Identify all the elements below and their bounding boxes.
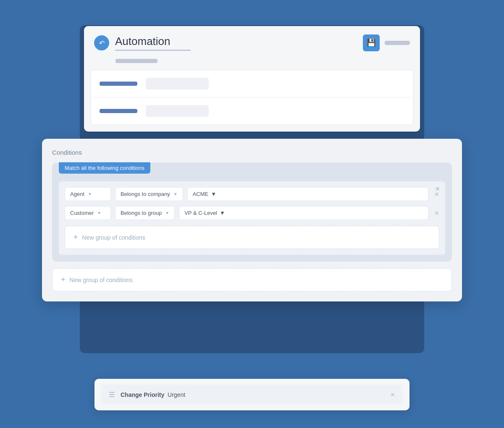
action-card: ☰ Change Priority Urgent ✕ <box>94 379 410 410</box>
auto-row-2 <box>91 98 413 124</box>
automation-title-group: Automation <box>115 35 191 51</box>
drag-handle-icon: ☰ <box>109 391 115 399</box>
close-match-group-button[interactable]: ✕ <box>435 185 440 192</box>
chevron-down-icon: ▼ <box>88 192 92 196</box>
field-select-1[interactable]: Agent ▼ <box>65 187 111 201</box>
chevron-down-icon: ▼ <box>173 192 178 196</box>
title-underline <box>115 50 191 51</box>
operator-select-2[interactable]: Belongs to group ▼ <box>115 206 175 220</box>
row-bar-2 <box>100 109 137 113</box>
action-row: ☰ Change Priority Urgent ✕ <box>101 385 403 404</box>
save-label-bar <box>385 41 410 45</box>
row-input-1[interactable] <box>146 78 209 90</box>
automation-title-area: ↶ Automation <box>94 35 191 51</box>
automation-rows <box>91 70 413 125</box>
conditions-card: Conditions Match all the following condi… <box>42 139 462 301</box>
automation-subtitle-bar <box>116 59 158 63</box>
save-button[interactable]: 💾 <box>363 34 380 51</box>
plus-icon: + <box>74 233 78 242</box>
chevron-down-icon: ▼ <box>220 210 225 216</box>
new-inner-group-button[interactable]: + New group of conditions <box>65 226 439 249</box>
save-area: 💾 <box>363 34 410 51</box>
condition-row-2: Customer ▼ Belongs to group ▼ VP & C-Lev… <box>65 206 439 220</box>
new-outer-group-button[interactable]: + New group of conditions <box>52 268 452 291</box>
field-select-2[interactable]: Customer ▼ <box>65 206 111 220</box>
conditions-section-title: Conditions <box>52 149 452 156</box>
row-bar-1 <box>100 82 137 86</box>
value-select-2[interactable]: VP & C-Level ▼ <box>179 206 428 220</box>
back-button[interactable]: ↶ <box>94 35 109 50</box>
operator-select-1[interactable]: Belongs to company ▼ <box>115 187 183 201</box>
automation-header: ↶ Automation 💾 <box>84 26 420 56</box>
remove-condition-2-button[interactable]: ✕ <box>434 210 439 217</box>
remove-action-button[interactable]: ✕ <box>390 391 395 398</box>
plus-icon: + <box>61 275 66 284</box>
chevron-down-icon: ▼ <box>211 191 216 197</box>
match-all-header: Match all the following conditions <box>59 162 150 174</box>
automation-card: ↶ Automation 💾 <box>84 26 420 132</box>
automation-title: Automation <box>115 35 191 48</box>
chevron-down-icon: ▼ <box>97 211 101 215</box>
value-select-1[interactable]: ACME ▼ <box>187 187 428 201</box>
action-label: Change Priority Urgent <box>121 391 185 398</box>
auto-row-1 <box>91 70 413 98</box>
chevron-down-icon: ▼ <box>165 211 169 215</box>
match-group-inner: ✕ Agent ▼ Belongs to company ▼ ACME ▼ ✕ <box>59 181 445 255</box>
match-all-group: Match all the following conditions ✕ Age… <box>52 163 452 262</box>
row-input-2[interactable] <box>146 105 209 117</box>
condition-row-1: Agent ▼ Belongs to company ▼ ACME ▼ ✕ <box>65 187 439 201</box>
